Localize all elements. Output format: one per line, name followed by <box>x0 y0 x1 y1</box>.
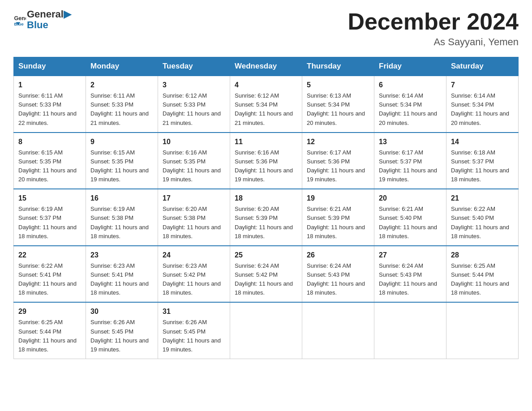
day-info: Sunrise: 6:12 AM Sunset: 5:33 PM Dayligh… <box>163 91 225 128</box>
calendar-cell: 12 Sunrise: 6:17 AM Sunset: 5:36 PM Dayl… <box>302 133 374 189</box>
calendar-cell: 3 Sunrise: 6:12 AM Sunset: 5:33 PM Dayli… <box>158 76 230 133</box>
calendar-cell: 18 Sunrise: 6:20 AM Sunset: 5:39 PM Dayl… <box>230 189 302 246</box>
day-number: 13 <box>379 137 442 147</box>
calendar-cell: 27 Sunrise: 6:24 AM Sunset: 5:43 PM Dayl… <box>374 246 446 303</box>
calendar-cell: 14 Sunrise: 6:18 AM Sunset: 5:37 PM Dayl… <box>446 133 519 189</box>
calendar-body: 1 Sunrise: 6:11 AM Sunset: 5:33 PM Dayli… <box>14 76 519 359</box>
calendar-cell <box>230 302 302 359</box>
day-number: 1 <box>18 80 81 90</box>
calendar-header-row: SundayMondayTuesdayWednesdayThursdayFrid… <box>14 57 519 76</box>
calendar-table: SundayMondayTuesdayWednesdayThursdayFrid… <box>13 57 519 359</box>
calendar-cell: 17 Sunrise: 6:20 AM Sunset: 5:38 PM Dayl… <box>158 189 230 246</box>
day-info: Sunrise: 6:22 AM Sunset: 5:40 PM Dayligh… <box>451 205 514 241</box>
day-number: 22 <box>18 250 81 261</box>
day-number: 19 <box>307 193 369 204</box>
calendar-cell: 20 Sunrise: 6:21 AM Sunset: 5:40 PM Dayl… <box>374 189 446 246</box>
location: As Sayyani, Yemen <box>348 36 519 48</box>
day-info: Sunrise: 6:21 AM Sunset: 5:40 PM Dayligh… <box>379 205 442 241</box>
day-number: 28 <box>451 250 514 261</box>
day-info: Sunrise: 6:18 AM Sunset: 5:37 PM Dayligh… <box>451 148 514 184</box>
logo-blue: ▶ <box>64 9 71 20</box>
day-number: 29 <box>18 306 81 317</box>
calendar-cell: 22 Sunrise: 6:22 AM Sunset: 5:41 PM Dayl… <box>14 246 86 303</box>
day-info: Sunrise: 6:16 AM Sunset: 5:35 PM Dayligh… <box>163 148 225 184</box>
calendar-cell: 28 Sunrise: 6:25 AM Sunset: 5:44 PM Dayl… <box>446 246 519 303</box>
day-info: Sunrise: 6:19 AM Sunset: 5:38 PM Dayligh… <box>90 205 153 241</box>
day-info: Sunrise: 6:23 AM Sunset: 5:41 PM Dayligh… <box>90 261 153 298</box>
calendar-cell: 19 Sunrise: 6:21 AM Sunset: 5:39 PM Dayl… <box>302 189 374 246</box>
day-number: 15 <box>18 193 81 204</box>
calendar-cell <box>374 302 446 359</box>
day-number: 27 <box>379 250 442 261</box>
calendar-cell: 10 Sunrise: 6:16 AM Sunset: 5:35 PM Dayl… <box>158 133 230 189</box>
logo-icon: General Blue <box>13 13 26 26</box>
calendar-cell: 31 Sunrise: 6:26 AM Sunset: 5:45 PM Dayl… <box>158 302 230 359</box>
logo-text: General▶ Blue <box>27 9 71 30</box>
day-info: Sunrise: 6:12 AM Sunset: 5:34 PM Dayligh… <box>235 91 297 128</box>
calendar-cell: 24 Sunrise: 6:23 AM Sunset: 5:42 PM Dayl… <box>158 246 230 303</box>
column-header-monday: Monday <box>86 57 158 76</box>
day-info: Sunrise: 6:11 AM Sunset: 5:33 PM Dayligh… <box>18 91 81 128</box>
calendar-cell: 16 Sunrise: 6:19 AM Sunset: 5:38 PM Dayl… <box>86 189 158 246</box>
calendar-week-1: 1 Sunrise: 6:11 AM Sunset: 5:33 PM Dayli… <box>14 76 519 133</box>
day-number: 24 <box>163 250 225 261</box>
day-number: 2 <box>90 80 153 90</box>
day-number: 17 <box>163 193 225 204</box>
day-info: Sunrise: 6:26 AM Sunset: 5:45 PM Dayligh… <box>90 318 153 354</box>
day-info: Sunrise: 6:24 AM Sunset: 5:42 PM Dayligh… <box>235 261 297 298</box>
calendar-cell: 6 Sunrise: 6:14 AM Sunset: 5:34 PM Dayli… <box>374 76 446 133</box>
column-header-friday: Friday <box>374 57 446 76</box>
day-number: 8 <box>18 137 81 147</box>
svg-text:General: General <box>14 16 26 22</box>
calendar-cell: 13 Sunrise: 6:17 AM Sunset: 5:37 PM Dayl… <box>374 133 446 189</box>
calendar-cell: 5 Sunrise: 6:13 AM Sunset: 5:34 PM Dayli… <box>302 76 374 133</box>
day-info: Sunrise: 6:16 AM Sunset: 5:36 PM Dayligh… <box>235 148 297 184</box>
day-info: Sunrise: 6:15 AM Sunset: 5:35 PM Dayligh… <box>18 148 81 184</box>
calendar-cell: 9 Sunrise: 6:15 AM Sunset: 5:35 PM Dayli… <box>86 133 158 189</box>
day-number: 16 <box>90 193 153 204</box>
logo: General Blue General▶ Blue <box>13 9 71 30</box>
calendar-cell: 21 Sunrise: 6:22 AM Sunset: 5:40 PM Dayl… <box>446 189 519 246</box>
day-number: 30 <box>90 306 153 317</box>
day-info: Sunrise: 6:11 AM Sunset: 5:33 PM Dayligh… <box>90 91 153 128</box>
day-number: 7 <box>451 80 514 90</box>
day-number: 4 <box>235 80 297 90</box>
day-info: Sunrise: 6:17 AM Sunset: 5:36 PM Dayligh… <box>307 148 369 184</box>
title-block: December 2024 As Sayyani, Yemen <box>348 9 519 48</box>
day-info: Sunrise: 6:15 AM Sunset: 5:35 PM Dayligh… <box>90 148 153 184</box>
calendar-cell: 8 Sunrise: 6:15 AM Sunset: 5:35 PM Dayli… <box>14 133 86 189</box>
day-info: Sunrise: 6:24 AM Sunset: 5:43 PM Dayligh… <box>307 261 369 298</box>
day-number: 11 <box>235 137 297 147</box>
calendar-cell: 15 Sunrise: 6:19 AM Sunset: 5:37 PM Dayl… <box>14 189 86 246</box>
day-number: 6 <box>379 80 442 90</box>
column-header-tuesday: Tuesday <box>158 57 230 76</box>
calendar-cell: 30 Sunrise: 6:26 AM Sunset: 5:45 PM Dayl… <box>86 302 158 359</box>
calendar-cell: 26 Sunrise: 6:24 AM Sunset: 5:43 PM Dayl… <box>302 246 374 303</box>
day-number: 10 <box>163 137 225 147</box>
day-info: Sunrise: 6:25 AM Sunset: 5:44 PM Dayligh… <box>451 261 514 298</box>
day-number: 9 <box>90 137 153 147</box>
day-number: 5 <box>307 80 369 90</box>
day-number: 26 <box>307 250 369 261</box>
day-number: 23 <box>90 250 153 261</box>
column-header-saturday: Saturday <box>446 57 519 76</box>
page-header: General Blue General▶ Blue December 2024… <box>13 9 519 48</box>
day-info: Sunrise: 6:22 AM Sunset: 5:41 PM Dayligh… <box>18 261 81 298</box>
calendar-week-3: 15 Sunrise: 6:19 AM Sunset: 5:37 PM Dayl… <box>14 189 519 246</box>
calendar-cell: 11 Sunrise: 6:16 AM Sunset: 5:36 PM Dayl… <box>230 133 302 189</box>
day-number: 3 <box>163 80 225 90</box>
svg-text:Blue: Blue <box>14 21 24 26</box>
day-number: 20 <box>379 193 442 204</box>
calendar-cell: 7 Sunrise: 6:14 AM Sunset: 5:34 PM Dayli… <box>446 76 519 133</box>
day-number: 12 <box>307 137 369 147</box>
calendar-cell: 29 Sunrise: 6:25 AM Sunset: 5:44 PM Dayl… <box>14 302 86 359</box>
day-info: Sunrise: 6:23 AM Sunset: 5:42 PM Dayligh… <box>163 261 225 298</box>
day-info: Sunrise: 6:14 AM Sunset: 5:34 PM Dayligh… <box>379 91 442 128</box>
calendar-week-2: 8 Sunrise: 6:15 AM Sunset: 5:35 PM Dayli… <box>14 133 519 189</box>
column-header-thursday: Thursday <box>302 57 374 76</box>
calendar-cell: 25 Sunrise: 6:24 AM Sunset: 5:42 PM Dayl… <box>230 246 302 303</box>
column-header-sunday: Sunday <box>14 57 86 76</box>
day-info: Sunrise: 6:26 AM Sunset: 5:45 PM Dayligh… <box>163 318 225 354</box>
calendar-cell: 2 Sunrise: 6:11 AM Sunset: 5:33 PM Dayli… <box>86 76 158 133</box>
calendar-week-5: 29 Sunrise: 6:25 AM Sunset: 5:44 PM Dayl… <box>14 302 519 359</box>
